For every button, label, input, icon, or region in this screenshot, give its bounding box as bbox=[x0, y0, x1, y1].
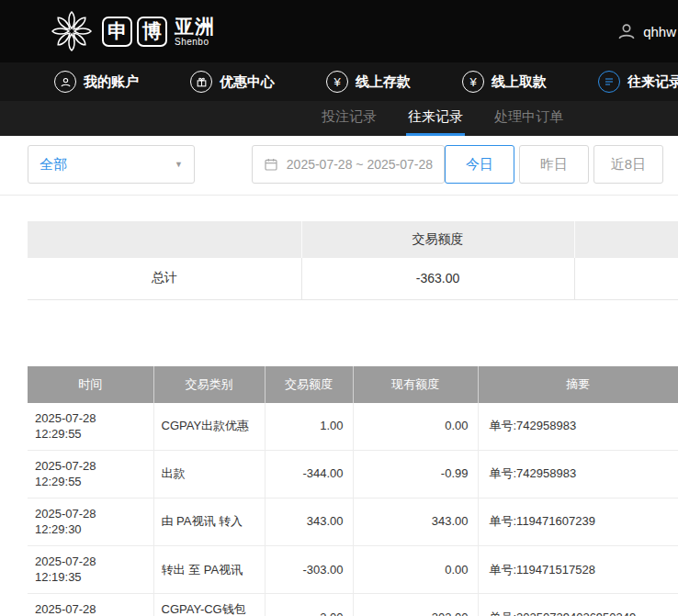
nav-label: 往来记录 bbox=[627, 73, 678, 91]
cell-time: 2025-07-28 12:29:55 bbox=[28, 450, 153, 498]
column-header-summary: 摘要 bbox=[478, 366, 678, 403]
cell-time: 2025-07-28 12:29:30 bbox=[28, 498, 153, 545]
cell-type: 由 PA视讯 转入 bbox=[153, 498, 265, 545]
withdraw-icon: ¥ bbox=[462, 71, 484, 93]
quick-date-buttons: 今日 昨日 近8日 bbox=[445, 145, 663, 184]
nav-label: 我的账户 bbox=[84, 73, 139, 91]
cell-type: 出款 bbox=[153, 450, 265, 498]
summary-total-row: 总计 -363.00 bbox=[28, 258, 678, 299]
section-divider bbox=[0, 195, 678, 196]
nav-item-deposit[interactable]: ¥ 线上存款 bbox=[326, 71, 411, 93]
cell-balance: 303.00 bbox=[353, 593, 478, 616]
date-range-input[interactable]: 2025-07-28 ~ 2025-07-28 bbox=[252, 145, 445, 184]
cell-amount: 343.00 bbox=[265, 498, 353, 545]
date-range-value: 2025-07-28 ~ 2025-07-28 bbox=[287, 157, 433, 172]
category-select[interactable]: 全部 ▼ bbox=[28, 145, 195, 184]
category-select-value: 全部 bbox=[40, 156, 67, 174]
nav-item-promotions[interactable]: 优惠中心 bbox=[190, 71, 275, 93]
nav-label: 线上存款 bbox=[356, 73, 411, 91]
summary-total-value: -363.00 bbox=[301, 258, 574, 299]
account-user-icon bbox=[616, 21, 637, 41]
column-header-time: 时间 bbox=[28, 366, 153, 403]
cell-type: CGPAY出款优惠 bbox=[153, 403, 265, 451]
cell-amount: 1.00 bbox=[265, 403, 353, 451]
filter-bar: 全部 ▼ 2025-07-28 ~ 2025-07-28 今日 昨日 近8日 bbox=[28, 145, 663, 184]
records-table: 时间 交易类别 交易额度 现有额度 摘要 2025-07-28 12:29:55… bbox=[28, 366, 678, 616]
account-username: qhhw bbox=[643, 24, 676, 39]
summary-total-label: 总计 bbox=[28, 258, 301, 299]
records-icon bbox=[598, 71, 620, 93]
summary-empty-cell bbox=[574, 258, 678, 299]
cell-summary: 单号:119471607239 bbox=[478, 498, 678, 545]
last-8-days-button[interactable]: 近8日 bbox=[593, 145, 663, 184]
summary-table: 交易额度 总计 -363.00 bbox=[28, 221, 678, 300]
yen-glyph: ¥ bbox=[469, 75, 476, 89]
summary-header-empty bbox=[28, 221, 301, 258]
cell-time: 2025-07-28 12:19:35 bbox=[28, 545, 153, 593]
cell-amount: -344.00 bbox=[265, 450, 353, 498]
cell-balance: 0.00 bbox=[353, 545, 478, 593]
cell-type: 转出 至 PA视讯 bbox=[153, 545, 265, 593]
cell-type: CGPAY-CG钱包支付笔笔送优惠 bbox=[153, 593, 265, 616]
top-bar: 申 博 亚洲 Shenbo qhhw bbox=[0, 0, 678, 62]
cell-summary: 单号:119471517528 bbox=[478, 545, 678, 593]
main-nav: 我的账户 优惠中心 ¥ 线上存款 ¥ 线上取款 往来记录 bbox=[0, 62, 678, 101]
brand-region-text: 亚洲 bbox=[175, 16, 215, 37]
column-header-type: 交易类别 bbox=[153, 366, 265, 403]
nav-item-records[interactable]: 往来记录 bbox=[598, 71, 678, 93]
nav-label: 线上取款 bbox=[492, 73, 547, 91]
column-header-amount: 交易额度 bbox=[265, 366, 353, 403]
table-header-row: 时间 交易类别 交易额度 现有额度 摘要 bbox=[28, 366, 678, 403]
brand-char-shen: 申 bbox=[102, 17, 132, 47]
calendar-icon bbox=[264, 157, 278, 172]
summary-header-amount: 交易额度 bbox=[301, 221, 574, 258]
tab-transaction-records[interactable]: 往来记录 bbox=[406, 101, 465, 136]
table-row: 2025-07-28 12:29:55 CGPAY出款优惠 1.00 0.00 … bbox=[28, 403, 678, 451]
table-row: 2025-07-28 12:29:30 由 PA视讯 转入 343.00 343… bbox=[28, 498, 678, 545]
table-row: 2025-07-28 12:29:55 出款 -344.00 -0.99 单号:… bbox=[28, 450, 678, 498]
table-row: 2025-07-28 12:19:35 转出 至 PA视讯 -303.00 0.… bbox=[28, 545, 678, 593]
cell-summary: 单号:742958983 bbox=[478, 403, 678, 451]
cell-balance: 343.00 bbox=[353, 498, 478, 545]
nav-item-withdraw[interactable]: ¥ 线上取款 bbox=[462, 71, 547, 93]
user-icon bbox=[54, 71, 76, 93]
tab-betting-records[interactable]: 投注记录 bbox=[320, 101, 379, 136]
summary-header-empty bbox=[574, 221, 678, 258]
cell-amount: 3.00 bbox=[265, 593, 353, 616]
brand-wordmark: 亚洲 Shenbo bbox=[175, 16, 215, 47]
account-menu[interactable]: qhhw bbox=[616, 21, 678, 41]
brand-char-bo: 博 bbox=[137, 17, 167, 47]
cell-balance: -0.99 bbox=[353, 450, 478, 498]
today-button[interactable]: 今日 bbox=[445, 145, 514, 184]
nav-item-my-account[interactable]: 我的账户 bbox=[54, 71, 139, 93]
brand-en-text: Shenbo bbox=[175, 37, 215, 47]
cell-balance: 0.00 bbox=[353, 403, 478, 451]
cell-summary: 单号:202507294026950349 bbox=[478, 593, 678, 616]
chevron-down-icon: ▼ bbox=[175, 160, 183, 169]
yen-glyph: ¥ bbox=[333, 75, 340, 89]
brand-flower-icon bbox=[50, 9, 94, 53]
summary-header-row: 交易额度 bbox=[28, 221, 678, 258]
cell-summary: 单号:742958983 bbox=[478, 450, 678, 498]
tab-processing-orders[interactable]: 处理中订单 bbox=[492, 101, 565, 136]
column-header-balance: 现有额度 bbox=[353, 366, 478, 403]
nav-label: 优惠中心 bbox=[220, 73, 275, 91]
record-tabs: 投注记录 往来记录 处理中订单 bbox=[0, 101, 678, 136]
cell-time: 2025-07-28 12:29:55 bbox=[28, 403, 153, 451]
cell-amount: -303.00 bbox=[265, 545, 353, 593]
cell-time: 2025-07-28 12:19:29 bbox=[28, 593, 153, 616]
deposit-icon: ¥ bbox=[326, 71, 348, 93]
yesterday-button[interactable]: 昨日 bbox=[519, 145, 589, 184]
table-row: 2025-07-28 12:19:29 CGPAY-CG钱包支付笔笔送优惠 3.… bbox=[28, 593, 678, 616]
gift-icon bbox=[190, 71, 212, 93]
